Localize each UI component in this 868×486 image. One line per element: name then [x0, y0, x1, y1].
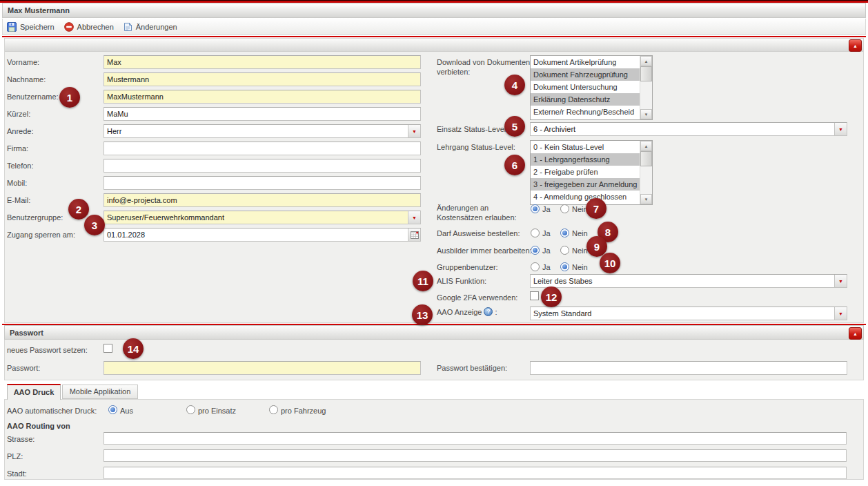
- aao-anzeige-select[interactable]: System Standard: [530, 307, 847, 320]
- chevron-down-icon[interactable]: [408, 125, 420, 137]
- kostensaetze-ja-radio[interactable]: [531, 204, 540, 213]
- kostensaetze-ja-label: Ja: [542, 205, 551, 213]
- firma-input[interactable]: [103, 142, 421, 155]
- ausweise-nein-radio[interactable]: [560, 229, 569, 237]
- user-edit-window: Max Mustermann Speichern Abbrechen Änder…: [0, 0, 868, 486]
- mobil-label: Mobil:: [7, 179, 27, 187]
- scroll-up-icon[interactable]: [640, 141, 652, 151]
- einsatz-status-select[interactable]: 6 - Archiviert: [530, 122, 847, 136]
- chevron-down-icon[interactable]: [834, 307, 847, 320]
- chevron-down-icon[interactable]: [834, 123, 847, 135]
- nachname-label: Nachname:: [7, 75, 46, 84]
- gruppenbenutzer-nein-radio[interactable]: [560, 262, 569, 271]
- annotation-badge-12: 12: [541, 286, 562, 307]
- list-item[interactable]: Dokument Untersuchung: [531, 81, 640, 93]
- neues-passwort-checkbox[interactable]: [103, 344, 112, 353]
- ausweise-nein-label: Nein: [572, 229, 588, 237]
- chevron-down-icon[interactable]: [834, 275, 847, 287]
- google-2fa-label: Google 2FA verwenden:: [437, 293, 517, 302]
- list-item[interactable]: Erklärung Datenschutz: [531, 93, 640, 106]
- passwort-bestaetigen-input[interactable]: [530, 361, 847, 375]
- kostensaetze-nein-radio[interactable]: [560, 204, 569, 213]
- annotation-badge-3: 3: [84, 215, 105, 235]
- anrede-label: Anrede:: [7, 127, 34, 135]
- benutzername-input[interactable]: [103, 90, 421, 104]
- anrede-select[interactable]: Herr: [103, 124, 421, 138]
- strasse-input[interactable]: [103, 432, 847, 445]
- list-item[interactable]: Dokument Fahrzeugprüfung: [531, 68, 640, 81]
- help-icon[interactable]: [484, 307, 493, 316]
- list-item[interactable]: Externe/r Rechnung/Bescheid: [531, 106, 640, 118]
- plz-input[interactable]: [103, 449, 847, 462]
- auto-druck-pro-einsatz-radio[interactable]: [186, 405, 195, 414]
- list-item[interactable]: 2 - Freigabe prüfen: [531, 166, 640, 178]
- annotation-badge-14: 14: [123, 338, 144, 359]
- cancel-icon: [64, 22, 74, 32]
- gruppenbenutzer-ja-radio[interactable]: [531, 262, 540, 271]
- kostensaetze-label-line2: Kostensätzen erlauben:: [437, 213, 517, 222]
- cancel-button-label: Abbrechen: [77, 23, 114, 31]
- scroll-up-icon[interactable]: [640, 56, 652, 66]
- ausbilder-nein-label: Nein: [572, 246, 588, 255]
- nachname-input[interactable]: [103, 72, 421, 86]
- list-item[interactable]: 4 - Anmeldung geschlossen: [531, 191, 640, 203]
- window-title: Max Mustermann: [8, 6, 70, 14]
- telefon-label: Telefon:: [7, 162, 34, 170]
- scroll-down-icon[interactable]: [640, 109, 652, 119]
- plz-label: PLZ:: [7, 452, 23, 460]
- aao-anzeige-label: AAO Anzeige: [437, 308, 482, 316]
- scroll-down-icon[interactable]: [640, 194, 652, 204]
- calendar-icon-glyph: [411, 231, 419, 239]
- gruppenbenutzer-nein-label: Nein: [572, 263, 588, 271]
- list-item[interactable]: 0 - Kein Status-Level: [531, 141, 640, 153]
- collapse-passwort-button[interactable]: [849, 327, 862, 340]
- benutzergruppe-select[interactable]: Superuser/Feuerwehrkommandant: [103, 211, 421, 224]
- scrollbar[interactable]: [640, 141, 652, 204]
- stadt-input[interactable]: [103, 467, 847, 479]
- google-2fa-checkbox[interactable]: [530, 291, 539, 300]
- zugang-sperren-datefield[interactable]: 01.01.2028: [103, 228, 421, 242]
- list-item[interactable]: 3 - freigegeben zur Anmeldung: [531, 178, 640, 191]
- lehrgang-status-listbox[interactable]: 0 - Kein Status-Level 1 - Lehrgangerfass…: [530, 140, 653, 205]
- ausweise-ja-radio[interactable]: [531, 229, 540, 237]
- alis-funktion-select[interactable]: Leiter des Stabes: [530, 274, 847, 288]
- collapse-panel-button[interactable]: [849, 39, 862, 52]
- zugang-sperren-label: Zugang sperren am:: [7, 231, 75, 239]
- download-docs-listbox[interactable]: Dokument Artikelprüfung Dokument Fahrzeu…: [530, 55, 653, 120]
- chevron-down-icon[interactable]: [408, 211, 420, 224]
- scroll-thumb[interactable]: [640, 151, 652, 166]
- changes-button-label: Änderungen: [136, 23, 177, 31]
- ausbilder-ja-radio[interactable]: [531, 246, 540, 255]
- annotation-badge-1: 1: [59, 87, 80, 108]
- tab-aao-druck[interactable]: AAO Druck: [7, 384, 61, 400]
- ausbilder-label: Ausbilder immer bearbeiten:: [437, 246, 532, 255]
- toolbar-accent-line: [2, 36, 866, 37]
- vorname-input[interactable]: [103, 55, 421, 69]
- kuerzel-input[interactable]: [103, 107, 421, 121]
- benutzergruppe-value: Superuser/Feuerwehrkommandant: [104, 211, 408, 224]
- email-input[interactable]: [103, 193, 421, 207]
- list-item[interactable]: Dokument Artikelprüfung: [531, 56, 640, 68]
- auto-druck-pro-fahrzeug-radio[interactable]: [269, 405, 278, 414]
- kuerzel-label: Kürzel:: [7, 110, 30, 118]
- user-data-panel-header: [5, 39, 863, 52]
- scroll-thumb[interactable]: [640, 66, 652, 81]
- einsatz-status-label: Einsatz Status-Level:: [437, 125, 508, 133]
- mobil-input[interactable]: [103, 176, 421, 190]
- strasse-label: Strasse:: [7, 435, 34, 443]
- ausbilder-ja-label: Ja: [542, 246, 551, 255]
- tab-mobile-applikation[interactable]: Mobile Applikation: [62, 385, 138, 399]
- changes-icon: [124, 22, 132, 32]
- passwort-input[interactable]: [103, 361, 421, 375]
- changes-button[interactable]: Änderungen: [124, 22, 177, 32]
- save-button[interactable]: Speichern: [7, 22, 55, 32]
- auto-druck-aus-radio[interactable]: [108, 405, 117, 414]
- neues-passwort-label: neues Passwort setzen:: [7, 346, 88, 354]
- telefon-input[interactable]: [103, 159, 421, 173]
- ausbilder-nein-radio[interactable]: [560, 246, 569, 255]
- cancel-button[interactable]: Abbrechen: [64, 22, 114, 32]
- download-docs-label-line2: verbieten:: [437, 68, 470, 76]
- calendar-icon[interactable]: [408, 229, 420, 241]
- scrollbar[interactable]: [640, 56, 652, 119]
- list-item[interactable]: 1 - Lehrgangerfassung: [531, 153, 640, 166]
